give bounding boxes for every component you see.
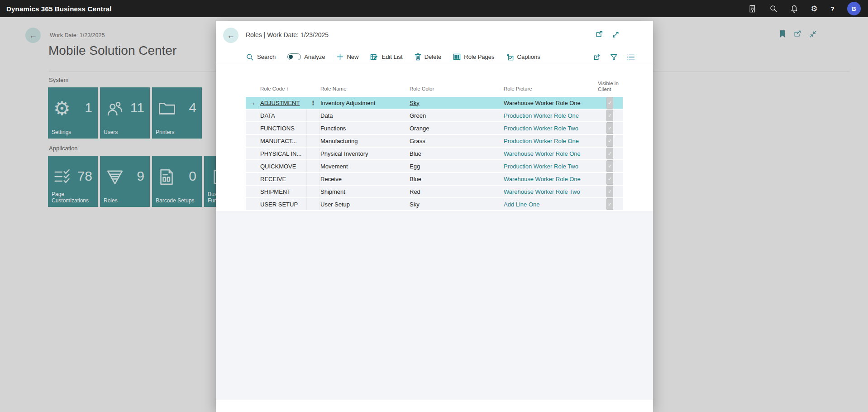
header-role-name[interactable]: Role Name [320, 86, 347, 91]
notifications-icon[interactable] [790, 5, 798, 13]
cell-role-name[interactable]: Inventory Adjustment [320, 97, 409, 109]
open-in-new-window-icon[interactable] [595, 31, 603, 38]
cell-role-name[interactable]: Physical Inventory [320, 148, 409, 159]
resize-dialog-icon[interactable] [612, 31, 620, 38]
search-icon [246, 53, 254, 61]
cell-role-picture-link[interactable]: Warehouse Worker Role Two [503, 186, 594, 197]
header-role-picture[interactable]: Role Picture [504, 86, 532, 91]
cell-visible-in-client: ✓ [594, 135, 623, 147]
user-avatar[interactable]: B [847, 2, 861, 15]
visible-checkbox: ✓ [606, 135, 613, 147]
cell-role-picture-link[interactable]: Warehouse Worker Role One [503, 148, 594, 159]
search-icon[interactable] [769, 5, 777, 13]
row-menu-icon[interactable]: ⋮ [307, 97, 320, 109]
company-icon[interactable] [748, 5, 757, 13]
captions-button[interactable]: Captions [506, 53, 540, 61]
table-row[interactable]: QUICKMOVE Movement Egg Production Worker… [246, 160, 623, 173]
visible-checkbox: ✓ [606, 122, 613, 134]
row-menu-icon[interactable] [307, 122, 320, 134]
row-menu-icon[interactable] [307, 160, 320, 172]
settings-gear-icon[interactable]: ⚙ [811, 5, 818, 13]
header-visible-in-client[interactable]: Visible in Client [598, 81, 621, 92]
roles-dialog: ← Roles | Work Date: 1/23/2025 Search An… [216, 21, 653, 412]
selected-row-arrow-icon [246, 198, 259, 210]
dialog-footer [216, 400, 653, 412]
table-row[interactable]: RECEIVE Receive Blue Warehouse Worker Ro… [246, 173, 623, 186]
plus-icon [337, 53, 343, 60]
row-menu-icon[interactable] [307, 148, 320, 159]
cell-role-picture-link[interactable]: Production Worker Role Two [503, 160, 594, 172]
cell-role-code[interactable]: MANUFACT... [259, 135, 307, 147]
selected-row-arrow-icon: → [246, 97, 259, 109]
selected-row-arrow-icon [246, 135, 259, 147]
captions-icon [506, 53, 514, 61]
cell-role-color[interactable]: Blue [409, 148, 503, 159]
table-row[interactable]: DATA Data Green Production Worker Role O… [246, 110, 623, 122]
cell-role-code[interactable]: RECEIVE [259, 173, 307, 185]
visible-checkbox: ✓ [606, 110, 613, 121]
cell-role-code[interactable]: SHIPMENT [259, 186, 307, 197]
table-row[interactable]: MANUFACT... Manufacturing Grass Producti… [246, 135, 623, 148]
cell-role-name[interactable]: User Setup [320, 198, 409, 210]
toggle-knob [289, 55, 293, 59]
header-role-color[interactable]: Role Color [410, 86, 434, 91]
cell-role-picture-link[interactable]: Production Worker Role Two [503, 122, 594, 134]
cell-role-name[interactable]: Receive [320, 173, 409, 185]
cell-role-picture-link[interactable]: Production Worker Role One [503, 135, 594, 147]
cell-role-picture-link[interactable]: Warehouse Worker Role One [503, 173, 594, 185]
cell-role-picture-link[interactable]: Production Worker Role One [503, 110, 594, 121]
cell-role-color[interactable]: Sky [409, 97, 503, 109]
selected-row-arrow-icon [246, 122, 259, 134]
edit-list-button[interactable]: Edit List [370, 53, 402, 61]
header-role-code[interactable]: Role Code ↑ [260, 86, 289, 91]
row-menu-icon[interactable] [307, 110, 320, 121]
dialog-back-button[interactable]: ← [223, 28, 238, 43]
list-view-icon[interactable] [627, 54, 635, 60]
cell-visible-in-client: ✓ [594, 198, 623, 210]
help-icon[interactable]: ? [830, 5, 835, 12]
cell-role-color[interactable]: Grass [409, 135, 503, 147]
table-row[interactable]: PHYSICAL IN... Physical Inventory Blue W… [246, 148, 623, 160]
share-icon[interactable] [592, 53, 601, 61]
cell-role-name[interactable]: Data [320, 110, 409, 121]
cell-role-color[interactable]: Red [409, 186, 503, 197]
table-row[interactable]: SHIPMENT Shipment Red Warehouse Worker R… [246, 186, 623, 198]
app-title: Dynamics 365 Business Central [6, 5, 112, 13]
cell-role-name[interactable]: Movement [320, 160, 409, 172]
cell-role-code[interactable]: PHYSICAL IN... [259, 148, 307, 159]
new-button[interactable]: New [337, 53, 358, 60]
row-menu-icon[interactable] [307, 186, 320, 197]
cell-role-code[interactable]: FUNCTIONS [259, 122, 307, 134]
row-menu-icon[interactable] [307, 173, 320, 185]
cell-role-name[interactable]: Shipment [320, 186, 409, 197]
cell-role-name[interactable]: Functions [320, 122, 409, 134]
row-menu-icon[interactable] [307, 198, 320, 210]
visible-checkbox: ✓ [606, 186, 613, 197]
cell-role-code[interactable]: DATA [259, 110, 307, 121]
analyze-toggle-group: Analyze [287, 53, 325, 60]
visible-checkbox: ✓ [606, 160, 613, 172]
cell-role-color[interactable]: Orange [409, 122, 503, 134]
table-row[interactable]: USER SETUP User Setup Sky Add Line One ✓ [246, 198, 623, 211]
cell-role-color[interactable]: Green [409, 110, 503, 121]
table-row[interactable]: → ADJUSTMENT ⋮ Inventory Adjustment Sky … [246, 97, 623, 110]
selected-row-arrow-icon [246, 186, 259, 197]
filter-icon[interactable] [610, 53, 618, 61]
cell-role-color[interactable]: Blue [409, 173, 503, 185]
row-menu-icon[interactable] [307, 135, 320, 147]
table-row[interactable]: FUNCTIONS Functions Orange Production Wo… [246, 122, 623, 135]
cell-visible-in-client: ✓ [594, 173, 623, 185]
trash-icon [415, 53, 421, 61]
role-pages-button[interactable]: Role Pages [453, 53, 494, 60]
search-button[interactable]: Search [246, 53, 276, 61]
cell-role-name[interactable]: Manufacturing [320, 135, 409, 147]
cell-role-code[interactable]: ADJUSTMENT [259, 97, 307, 109]
cell-role-picture-link[interactable]: Warehouse Worker Role One [503, 97, 594, 109]
cell-role-code[interactable]: USER SETUP [259, 198, 307, 210]
analyze-toggle[interactable] [287, 53, 301, 60]
cell-role-color[interactable]: Egg [409, 160, 503, 172]
delete-button[interactable]: Delete [415, 53, 442, 61]
cell-role-picture-link[interactable]: Add Line One [503, 198, 594, 210]
cell-role-code[interactable]: QUICKMOVE [259, 160, 307, 172]
cell-role-color[interactable]: Sky [409, 198, 503, 210]
